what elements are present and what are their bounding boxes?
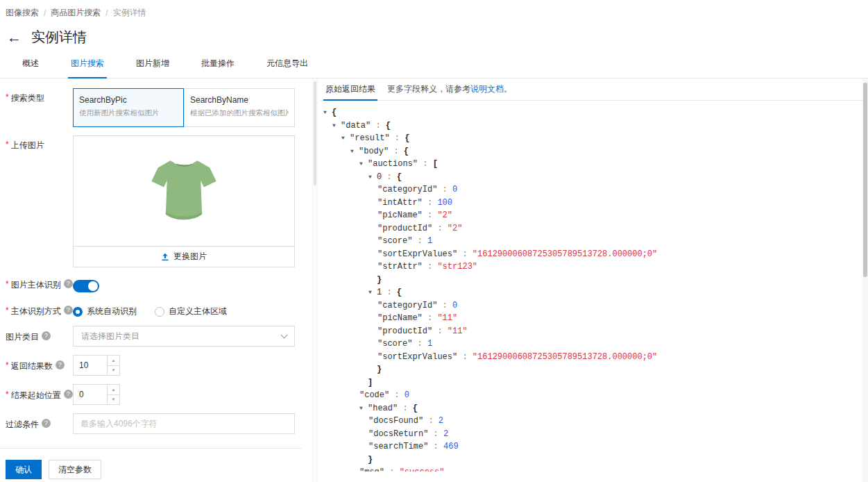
category-select[interactable]: 请选择图片类目 — [73, 326, 295, 347]
start-position-row: * 结果起始位置 ? ▲ ▼ — [6, 384, 312, 405]
search-type-card-desc: 使用新图片搜索相似图片 — [79, 108, 178, 118]
json-key: "strAttr" — [377, 262, 423, 272]
upload-box: 更换图片 — [73, 135, 295, 267]
content-area: * 搜索类型 SearchByPic使用新图片搜索相似图片SearchByNam… — [0, 78, 868, 482]
json-key: "body" — [359, 147, 389, 156]
category-row: 图片类目 ? 请选择图片类目 — [6, 326, 312, 347]
json-key: "searchTime" — [368, 442, 428, 451]
start-position-spinner: ▲ ▼ — [107, 385, 119, 404]
help-icon[interactable]: ? — [42, 419, 51, 428]
json-colon: : — [382, 288, 397, 297]
start-position-input[interactable] — [74, 385, 107, 404]
json-line: "picName" : "2" — [321, 209, 862, 222]
breadcrumb-link-product-image-search[interactable]: 商品图片搜索 — [51, 7, 101, 19]
change-image-button[interactable]: 更换图片 — [74, 246, 294, 267]
tab-image-add[interactable]: 图片新增 — [133, 58, 172, 78]
collapse-arrow-icon[interactable]: ▼ — [359, 402, 368, 415]
radio-custom[interactable]: 自定义主体区域 — [155, 306, 227, 317]
help-icon[interactable]: ? — [42, 331, 51, 340]
json-colon: : — [423, 198, 438, 208]
breadcrumb-separator: / — [44, 8, 46, 18]
label-text: 图片主体识别 — [11, 279, 61, 291]
detect-mode-label: * 主体识别方式 ? — [6, 301, 73, 317]
json-key: "sortExprValues" — [377, 249, 457, 259]
filter-input[interactable] — [73, 413, 295, 434]
collapse-arrow-icon[interactable]: ▼ — [359, 158, 368, 171]
json-key: "docsReturn" — [368, 429, 428, 439]
radio-label: 系统自动识别 — [87, 306, 137, 317]
uploaded-image-preview — [74, 136, 294, 246]
page-scrollbar[interactable] — [862, 78, 868, 482]
required-asterisk: * — [6, 390, 9, 399]
help-icon[interactable]: ? — [56, 360, 65, 369]
confirm-button[interactable]: 确认 — [6, 460, 42, 479]
json-line: "searchTime" : 469 — [321, 440, 862, 454]
back-arrow-icon[interactable]: ← — [7, 30, 22, 44]
category-label: 图片类目 ? — [6, 326, 73, 347]
json-key: "picName" — [377, 313, 423, 323]
toggle-knob — [88, 281, 98, 291]
collapse-arrow-icon[interactable]: ▼ — [323, 106, 332, 119]
search-type-card-searchbyname[interactable]: SearchByName根据已添加的图片搜索相似图片 — [184, 88, 295, 127]
collapse-arrow-icon[interactable]: ▼ — [332, 119, 341, 133]
hint-text: 更多字段释义，请参考 — [387, 84, 470, 94]
collapse-arrow-icon[interactable]: ▼ — [368, 286, 377, 299]
json-value: 0 — [405, 390, 409, 400]
left-panel-scrollbar-thumb[interactable] — [314, 81, 316, 185]
json-colon: : — [437, 185, 452, 194]
help-icon[interactable]: ? — [64, 390, 73, 399]
result-count-field: ▲ ▼ — [73, 355, 120, 376]
search-type-row: * 搜索类型 SearchByPic使用新图片搜索相似图片SearchByNam… — [6, 88, 312, 127]
json-value: 1 — [427, 339, 432, 349]
collapse-arrow-icon[interactable]: ▼ — [368, 171, 377, 184]
json-value: ] — [368, 378, 373, 388]
json-value: 469 — [443, 442, 459, 451]
required-asterisk: * — [6, 306, 9, 315]
breadcrumb-link-image-search[interactable]: 图像搜索 — [6, 7, 39, 19]
json-value: } — [377, 365, 382, 374]
result-count-row: * 返回结果数 ? ▲ ▼ — [6, 355, 312, 376]
collapse-arrow-icon[interactable]: ▼ — [341, 132, 350, 145]
help-icon[interactable]: ? — [64, 279, 73, 288]
tab-batch-operation[interactable]: 批量操作 — [198, 58, 237, 78]
radio-auto[interactable]: 系统自动识别 — [73, 306, 137, 317]
upload-image-row: * 上传图片 — [6, 135, 312, 267]
json-line: "msg" : "success" — [321, 466, 862, 472]
tab-image-search[interactable]: 图片搜索 — [68, 58, 107, 78]
json-value: { — [413, 404, 418, 413]
spinner-down-icon[interactable]: ▼ — [108, 365, 119, 376]
left-panel-scrollbar[interactable] — [312, 78, 318, 482]
json-line: ▼"body" : { — [321, 145, 862, 158]
json-line: "categoryId" : 0 — [321, 183, 862, 197]
spinner-up-icon[interactable]: ▲ — [108, 356, 119, 365]
json-colon: : — [389, 390, 405, 400]
search-type-card-searchbypic[interactable]: SearchByPic使用新图片搜索相似图片 — [73, 88, 184, 127]
docs-link[interactable]: 说明文档 — [470, 84, 504, 94]
collapse-arrow-icon[interactable]: ▼ — [350, 145, 359, 158]
json-key: "categoryId" — [377, 301, 437, 310]
tab-raw-result[interactable]: 原始返回结果 — [323, 78, 377, 101]
json-colon: : — [423, 262, 438, 272]
clear-params-button[interactable]: 清空参数 — [49, 460, 101, 479]
json-colon: : — [412, 236, 427, 246]
subject-detect-toggle[interactable] — [73, 280, 99, 292]
tab-meta-export[interactable]: 元信息导出 — [264, 58, 311, 78]
spinner-up-icon[interactable]: ▲ — [108, 385, 119, 394]
help-icon[interactable]: ? — [64, 306, 73, 315]
breadcrumb-current: 实例详情 — [113, 7, 146, 19]
radio-circle-icon — [155, 307, 164, 317]
spinner-down-icon[interactable]: ▼ — [108, 394, 119, 405]
json-line: ▼} — [321, 454, 862, 467]
json-colon: : — [423, 416, 439, 426]
breadcrumb: 图像搜索 / 商品图片搜索 / 实例详情 — [0, 0, 868, 19]
page-scrollbar-thumb[interactable] — [863, 83, 867, 277]
json-line: "categoryId" : 0 — [321, 299, 862, 313]
result-count-input[interactable] — [74, 356, 107, 375]
json-line: "score" : 1 — [321, 338, 862, 351]
json-line: "docsReturn" : 2 — [321, 428, 862, 441]
category-select-placeholder: 请选择图片类目 — [81, 331, 139, 342]
json-line: ▼"data" : { — [321, 119, 862, 133]
json-value: "16129000608725305789513728.000000;0" — [473, 249, 657, 259]
tab-overview[interactable]: 概述 — [19, 58, 42, 78]
subject-detect-row: * 图片主体识别 ? — [6, 276, 312, 292]
